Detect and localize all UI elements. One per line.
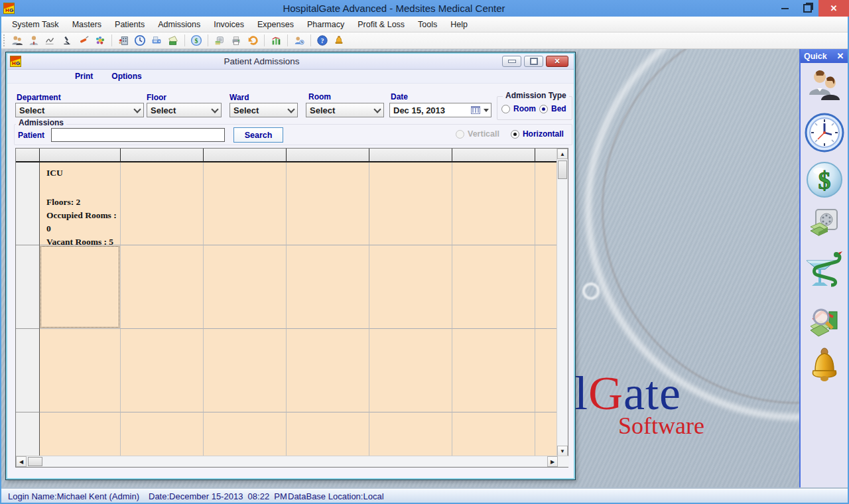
payment-icon[interactable] bbox=[166, 34, 180, 47]
grid-cell[interactable] bbox=[369, 329, 452, 412]
dialog-minimize-button[interactable] bbox=[502, 56, 521, 67]
grid-column-header[interactable] bbox=[452, 149, 535, 162]
search-button[interactable]: Search bbox=[233, 127, 283, 143]
grid-cell[interactable] bbox=[369, 412, 452, 456]
user-schedule-icon[interactable] bbox=[293, 34, 306, 47]
grid-cell[interactable] bbox=[287, 412, 369, 456]
grid-cell[interactable] bbox=[204, 329, 287, 412]
grid-corner-header[interactable] bbox=[16, 149, 40, 162]
flower-icon[interactable] bbox=[94, 34, 107, 47]
grid-cell[interactable] bbox=[121, 329, 204, 412]
grid-cell[interactable] bbox=[369, 245, 452, 329]
grid-row-header[interactable] bbox=[16, 162, 40, 245]
scroll-left-button[interactable]: ◀ bbox=[16, 456, 27, 467]
grid-row-header[interactable] bbox=[16, 245, 40, 329]
room-radio[interactable] bbox=[501, 105, 510, 113]
dialog-close-button[interactable] bbox=[546, 56, 568, 67]
printer-icon[interactable] bbox=[229, 34, 243, 47]
microscope-icon[interactable] bbox=[60, 34, 74, 47]
grid-cell[interactable] bbox=[121, 412, 204, 456]
grid-cell[interactable] bbox=[452, 162, 535, 245]
grid-cell[interactable] bbox=[121, 162, 204, 245]
grid-cell[interactable] bbox=[452, 245, 535, 329]
horizontal-scroll-thumb[interactable] bbox=[28, 457, 42, 466]
grid-column-header[interactable] bbox=[369, 149, 452, 162]
bed-radio[interactable] bbox=[539, 105, 548, 113]
cashbox-icon[interactable] bbox=[808, 207, 841, 240]
grid-cell[interactable] bbox=[40, 329, 121, 412]
menu-pharmacy[interactable]: Pharmacy bbox=[300, 18, 351, 31]
room-radio-label[interactable]: Room bbox=[513, 104, 536, 113]
scroll-down-button[interactable]: ▼ bbox=[557, 446, 568, 456]
grid-cell[interactable] bbox=[204, 162, 287, 245]
ward-select[interactable]: Select bbox=[229, 103, 298, 117]
billing-dollar-icon[interactable]: $ bbox=[806, 161, 843, 198]
dialog-menu-options[interactable]: Options bbox=[111, 72, 141, 81]
grid-cell[interactable] bbox=[287, 245, 369, 329]
horizontal-radio[interactable] bbox=[511, 130, 519, 139]
help-icon[interactable]: ? bbox=[316, 34, 329, 47]
fax-icon[interactable] bbox=[150, 34, 163, 47]
clock-icon[interactable] bbox=[133, 34, 147, 47]
grid-row-header[interactable] bbox=[16, 329, 40, 412]
dialog-menu-print[interactable]: Print bbox=[75, 72, 93, 81]
menu-system-task[interactable]: System Task bbox=[5, 18, 66, 31]
close-button[interactable] bbox=[818, 0, 849, 17]
patients-icon[interactable] bbox=[807, 68, 842, 104]
horizontal-radio-label[interactable]: Horizontall bbox=[523, 129, 564, 139]
menu-invoices[interactable]: Invoices bbox=[207, 18, 251, 31]
menu-help[interactable]: Help bbox=[444, 18, 474, 31]
restore-button[interactable] bbox=[796, 0, 818, 17]
grid-cell[interactable] bbox=[287, 329, 369, 412]
menu-patients[interactable]: Patients bbox=[108, 18, 151, 31]
patient-icon[interactable] bbox=[27, 34, 40, 47]
minimize-button[interactable] bbox=[773, 0, 796, 17]
patient-input[interactable] bbox=[51, 128, 225, 142]
syringe-icon[interactable] bbox=[77, 34, 90, 47]
horizontal-scrollbar[interactable]: ◀ ▶ bbox=[16, 456, 569, 467]
grid-cell-icu[interactable]: ICU Floors: 2 Occupied Rooms : 0 Vacant … bbox=[40, 162, 121, 245]
bed-radio-label[interactable]: Bed bbox=[551, 104, 566, 113]
grid-cell[interactable] bbox=[535, 329, 557, 412]
alerts-bell-icon[interactable] bbox=[807, 347, 842, 388]
dialog-titlebar[interactable]: H G Patient Admissions bbox=[7, 54, 574, 70]
menu-expenses[interactable]: Expenses bbox=[251, 18, 300, 31]
grid-cell[interactable] bbox=[287, 162, 369, 245]
pharmacy-icon[interactable] bbox=[804, 249, 845, 294]
grid-cell[interactable] bbox=[40, 412, 121, 456]
clock-icon[interactable] bbox=[805, 113, 844, 153]
grid-cell[interactable] bbox=[204, 412, 287, 456]
admit-patients-icon[interactable] bbox=[11, 34, 24, 47]
grid-cell[interactable] bbox=[204, 245, 287, 329]
vertical-scroll-thumb[interactable] bbox=[558, 160, 567, 179]
floor-select[interactable]: Select bbox=[147, 103, 222, 117]
date-picker[interactable]: Dec 15, 2013 bbox=[389, 103, 491, 117]
dialog-maximize-button[interactable] bbox=[524, 56, 543, 67]
grid-column-header[interactable] bbox=[121, 149, 204, 162]
grid-cell-selected[interactable] bbox=[40, 245, 121, 329]
grid-row-header[interactable] bbox=[16, 412, 40, 456]
grid-cell[interactable] bbox=[535, 412, 557, 456]
chart-icon[interactable] bbox=[269, 34, 283, 47]
scroll-right-button[interactable]: ▶ bbox=[547, 456, 558, 467]
menu-masters[interactable]: Masters bbox=[66, 18, 108, 31]
undo-icon[interactable] bbox=[246, 34, 259, 47]
room-select[interactable]: Select bbox=[306, 103, 384, 117]
signature-icon[interactable] bbox=[44, 34, 57, 47]
department-select[interactable]: Select bbox=[15, 103, 144, 117]
grid-column-header[interactable] bbox=[287, 149, 369, 162]
grid-cell[interactable] bbox=[369, 162, 452, 245]
grid-cell[interactable] bbox=[121, 245, 204, 329]
grid-cell[interactable] bbox=[535, 162, 557, 245]
menu-profit-loss[interactable]: Profit & Loss bbox=[351, 18, 411, 31]
menu-tools[interactable]: Tools bbox=[411, 18, 444, 31]
menu-admissions[interactable]: Admissions bbox=[151, 18, 207, 31]
grid-cell[interactable] bbox=[452, 412, 535, 456]
chevron-down-icon[interactable] bbox=[482, 106, 491, 115]
grid-cell[interactable] bbox=[452, 329, 535, 412]
vertical-scrollbar[interactable]: ▲ ▼ bbox=[556, 149, 568, 456]
reports-icon[interactable] bbox=[807, 302, 842, 338]
scroll-up-button[interactable]: ▲ bbox=[557, 149, 568, 159]
bell-icon[interactable] bbox=[332, 34, 346, 47]
grid-cell[interactable] bbox=[535, 245, 557, 329]
